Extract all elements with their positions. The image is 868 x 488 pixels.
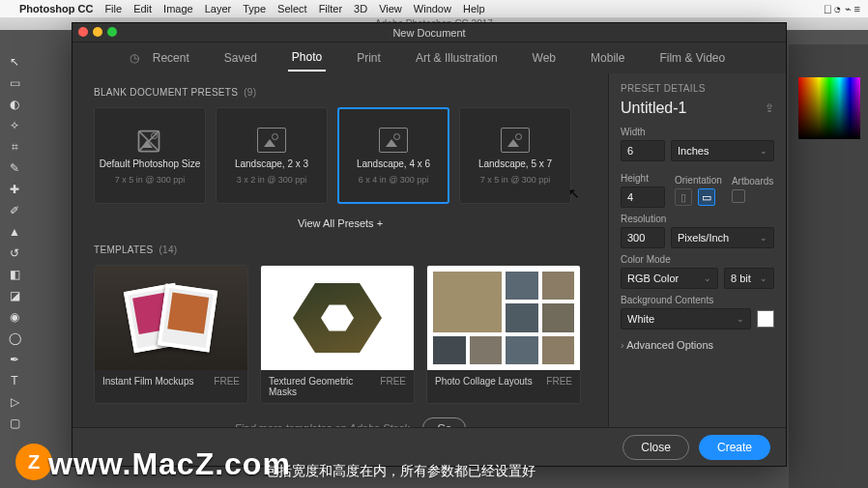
close-window-icon[interactable] (78, 27, 88, 37)
minimize-window-icon[interactable] (93, 27, 102, 37)
chevron-down-icon: ⌄ (760, 233, 767, 243)
close-button[interactable]: Close (622, 435, 689, 460)
preset-landscape-4x6[interactable]: Landscape, 4 x 6 6 x 4 in @ 300 ppi (337, 107, 449, 204)
blur-tool-icon[interactable]: ◉ (7, 309, 22, 325)
menu-help[interactable]: Help (463, 3, 485, 14)
template-geometric-masks[interactable]: Textured Geometric MasksFREE (260, 265, 415, 404)
menubar-right-icons: ⎕ ◔ ⌁ ≡ (825, 3, 860, 15)
category-tabs: ◷ Recent Saved Photo Print Art & Illustr… (72, 43, 786, 73)
template-photo-collage[interactable]: Photo Collage LayoutsFREE (426, 265, 581, 404)
mac-menubar: Photoshop CC File Edit Image Layer Type … (0, 0, 868, 17)
bg-contents-select[interactable]: White⌄ (621, 308, 751, 330)
dialog-titlebar: New Document (72, 23, 786, 43)
resolution-unit-value: Pixels/Inch (678, 232, 729, 244)
tab-web[interactable]: Web (529, 45, 560, 71)
image-icon (379, 128, 408, 153)
preset-name: Landscape, 4 x 6 (357, 158, 430, 169)
go-button[interactable]: Go (422, 417, 466, 427)
orientation-landscape-icon[interactable]: ▭ (698, 188, 715, 206)
height-input[interactable]: 4 (621, 187, 665, 208)
view-all-presets[interactable]: View All Presets + (94, 217, 587, 229)
chevron-down-icon: ⌄ (760, 146, 767, 156)
chevron-down-icon: ⌄ (737, 314, 744, 324)
type-tool-icon[interactable]: T (7, 373, 22, 388)
pen-tool-icon[interactable]: ✒ (7, 352, 22, 367)
preset-name: Landscape, 2 x 3 (235, 158, 308, 169)
preset-landscape-5x7[interactable]: Landscape, 5 x 7 7 x 5 in @ 300 ppi (459, 107, 571, 204)
lasso-tool-icon[interactable]: ◐ (7, 97, 22, 112)
menu-file[interactable]: File (104, 3, 122, 14)
crop-tool-icon[interactable]: ⌗ (7, 139, 22, 155)
tab-print[interactable]: Print (353, 45, 385, 71)
orientation-portrait-icon[interactable]: ▯ (675, 188, 692, 206)
path-tool-icon[interactable]: ▷ (7, 394, 22, 410)
preset-landscape-2x3[interactable]: Landscape, 2 x 3 3 x 2 in @ 300 ppi (216, 107, 328, 204)
dodge-tool-icon[interactable]: ◯ (7, 330, 22, 346)
history-tool-icon[interactable]: ↺ (7, 245, 22, 261)
menu-3d[interactable]: 3D (354, 3, 367, 14)
tab-mobile[interactable]: Mobile (587, 45, 628, 71)
image-icon (501, 128, 530, 153)
tab-saved[interactable]: Saved (220, 45, 261, 71)
shape-tool-icon[interactable]: ▢ (7, 416, 22, 431)
template-instant-film[interactable]: Instant Film MockupsFREE (94, 265, 248, 404)
app-name[interactable]: Photoshop CC (19, 3, 93, 14)
wand-tool-icon[interactable]: ✧ (7, 118, 22, 133)
menu-select[interactable]: Select (277, 3, 307, 14)
artboards-checkbox[interactable] (732, 189, 745, 203)
width-input[interactable]: 6 (621, 140, 665, 161)
advanced-options-toggle[interactable]: Advanced Options (621, 339, 774, 351)
unit-select[interactable]: Inches⌄ (671, 140, 774, 161)
templates-header-label: TEMPLATES (94, 244, 153, 255)
zoom-window-icon[interactable] (107, 27, 117, 37)
color-mode-select[interactable]: RGB Color⌄ (621, 268, 718, 289)
resolution-unit-select[interactable]: Pixels/Inch⌄ (671, 227, 774, 248)
menu-layer[interactable]: Layer (205, 3, 232, 14)
move-tool-icon[interactable]: ↖ (7, 54, 22, 70)
eyedrop-tool-icon[interactable]: ✎ (7, 160, 22, 176)
menu-window[interactable]: Window (414, 3, 451, 14)
height-label: Height (621, 173, 665, 184)
preset-details-panel: PRESET DETAILS Untitled-1 ⇪ Width 6 Inch… (608, 73, 786, 427)
preset-thumb-icon (135, 128, 164, 153)
tab-art[interactable]: Art & Illustration (412, 45, 502, 71)
preset-default[interactable]: Default Photoshop Size 7 x 5 in @ 300 pp… (94, 107, 206, 204)
template-price: FREE (214, 376, 240, 387)
menu-edit[interactable]: Edit (133, 3, 152, 14)
tab-recent[interactable]: Recent (149, 45, 193, 71)
gradient-tool-icon[interactable]: ◪ (7, 288, 22, 303)
create-button[interactable]: Create (699, 435, 770, 460)
preset-meta: 3 x 2 in @ 300 ppi (237, 175, 307, 185)
template-price: FREE (546, 376, 572, 387)
preset-meta: 6 x 4 in @ 300 ppi (359, 175, 429, 185)
preset-name: Default Photoshop Size (100, 158, 201, 169)
tab-photo[interactable]: Photo (288, 44, 326, 72)
resolution-input[interactable]: 300 (621, 227, 665, 248)
eraser-tool-icon[interactable]: ◧ (7, 267, 22, 282)
menu-image[interactable]: Image (163, 3, 193, 14)
presets-header-label: BLANK DOCUMENT PRESETS (94, 87, 238, 98)
stamp-tool-icon[interactable]: ▲ (7, 224, 22, 240)
preset-meta: 7 x 5 in @ 300 ppi (480, 175, 551, 185)
marquee-tool-icon[interactable]: ▭ (7, 75, 22, 91)
save-preset-icon[interactable]: ⇪ (765, 101, 774, 115)
bg-color-swatch[interactable] (757, 310, 774, 328)
orientation-label: Orientation (675, 175, 722, 186)
tab-film[interactable]: Film & Video (655, 45, 729, 71)
brush-tool-icon[interactable]: ✐ (7, 203, 22, 218)
color-picker-swatch[interactable] (798, 77, 860, 139)
template-name: Textured Geometric Masks (269, 376, 380, 397)
heal-tool-icon[interactable]: ✚ (7, 182, 22, 197)
preset-details-header: PRESET DETAILS (621, 83, 774, 94)
templates-count: (14) (159, 244, 177, 255)
document-name-input[interactable]: Untitled-1 (621, 100, 686, 117)
color-mode-value: RGB Color (627, 273, 679, 284)
bit-depth-select[interactable]: 8 bit⌄ (724, 268, 774, 289)
templates-header: TEMPLATES (14) (94, 244, 587, 255)
menu-view[interactable]: View (379, 3, 402, 14)
menu-filter[interactable]: Filter (319, 3, 342, 14)
template-thumb (95, 266, 247, 370)
menu-type[interactable]: Type (243, 3, 266, 14)
preset-meta: 7 x 5 in @ 300 ppi (115, 175, 186, 185)
template-name: Photo Collage Layouts (435, 376, 533, 387)
